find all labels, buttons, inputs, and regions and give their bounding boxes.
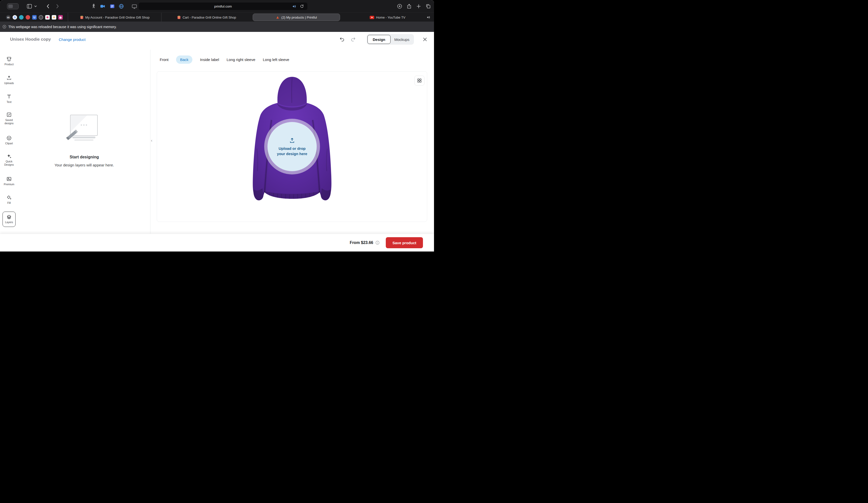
browser-tab-youtube-tv[interactable]: Home - YouTube TV	[341, 13, 434, 22]
text-icon	[6, 94, 12, 99]
red-app-favicon[interactable]	[25, 15, 30, 20]
close-editor-icon[interactable]	[422, 36, 428, 42]
product-title: Unisex Hoodie copy	[10, 37, 51, 42]
tshirt-icon	[6, 56, 12, 62]
u-app-favicon[interactable]: U	[32, 15, 37, 20]
rail-label: Text	[7, 101, 11, 104]
change-product-link[interactable]: Change product	[59, 38, 86, 42]
browser-tab-my-account[interactable]: My Account - Paradise Grill Online Gift …	[68, 13, 161, 22]
window-controls-inner	[8, 4, 13, 8]
grid-icon	[417, 78, 422, 83]
address-bar[interactable]: printful.com	[138, 2, 307, 10]
sun-favicon[interactable]: ✳	[52, 15, 56, 20]
tab-long-left-sleeve[interactable]: Long left sleeve	[263, 57, 289, 62]
sidebar-item-quick-designs[interactable]: Quick Designs	[0, 153, 18, 166]
browser-tab-printful-active[interactable]: (2) My products | Printful	[253, 13, 340, 21]
fill-icon	[6, 195, 12, 200]
tab-inside-label[interactable]: Inside label	[200, 57, 219, 62]
flower-favicon[interactable]: ✽	[45, 15, 50, 20]
rail-label: Saved designs	[2, 118, 16, 125]
tab-front[interactable]: Front	[160, 57, 168, 62]
templates-grid-button[interactable]	[414, 75, 424, 86]
sidebar-item-saved-designs[interactable]: Saved designs	[0, 112, 18, 125]
gift-icon	[177, 15, 181, 19]
info-icon[interactable]	[375, 240, 380, 245]
window-controls-pill[interactable]	[7, 3, 19, 9]
chevron-down-icon[interactable]	[34, 5, 37, 7]
price-label: From $23.66	[350, 240, 373, 245]
sidebar-item-uploads[interactable]: Uploads	[0, 75, 18, 85]
rail-label: Fill	[7, 201, 11, 205]
camera-favicon[interactable]: ◉	[58, 15, 63, 20]
downloads-icon[interactable]	[397, 3, 402, 9]
browser-toolbar: printful.com	[0, 0, 434, 12]
notification-close-icon[interactable]	[2, 24, 7, 29]
extension-video-icon[interactable]	[100, 3, 105, 9]
share-icon[interactable]	[406, 3, 412, 9]
browser-tab-cart[interactable]: Cart - Paradise Grill Online Gift Shop	[161, 13, 252, 22]
new-tab-icon[interactable]	[416, 3, 422, 9]
upload-prompt-line1: Upload or drop	[277, 146, 307, 151]
sidebar-item-clipart[interactable]: Clipart	[0, 135, 18, 145]
extension-reader-icon[interactable]	[110, 3, 115, 9]
price-group: From $23.66	[350, 240, 380, 245]
tab-label: (2) My products | Printful	[281, 15, 317, 19]
panel-title: Start designing	[18, 155, 151, 159]
printful-favicon	[276, 15, 280, 19]
sidebar-item-premium[interactable]: Premium	[0, 176, 18, 186]
rail-label: Premium	[4, 183, 14, 186]
mode-switcher: Design Mockups	[367, 34, 414, 45]
reload-icon[interactable]	[300, 4, 304, 9]
tab-mockups[interactable]: Mockups	[391, 35, 413, 44]
gift-icon	[80, 15, 84, 19]
sidebar-item-fill[interactable]: Fill	[0, 195, 18, 205]
tab-design[interactable]: Design	[368, 35, 391, 44]
panel-subtitle: Your design layers will appear here.	[18, 163, 151, 167]
quick-designs-icon	[6, 153, 12, 159]
youtube-icon	[370, 16, 374, 19]
save-product-button[interactable]: Save product	[386, 237, 423, 248]
extension-person-icon[interactable]	[91, 3, 96, 9]
browser-tab-bar: m G U ✽ ✳ ◉ My Account - Paradise Grill …	[0, 12, 434, 22]
forward-button[interactable]	[55, 3, 60, 9]
tab-long-right-sleeve[interactable]: Long right sleeve	[227, 57, 255, 62]
premium-icon	[6, 176, 12, 182]
upload-icon	[289, 137, 296, 144]
tab-audio-icon[interactable]	[426, 15, 431, 19]
upload-icon	[6, 75, 12, 81]
print-area-ring: Upload or drop your design here	[264, 119, 320, 175]
panel-collapse-handle[interactable]: ‹	[151, 138, 153, 143]
sidebar-item-layers[interactable]: Layers	[2, 212, 16, 227]
sidebar-toggle-icon[interactable]	[27, 3, 32, 9]
upload-prompt-line2: your design here	[277, 151, 307, 156]
sidebar-item-product[interactable]: Product	[0, 56, 18, 66]
sidebar-item-text[interactable]: Text	[0, 94, 18, 104]
tab-back-active[interactable]: Back	[176, 55, 193, 64]
layers-icon	[6, 214, 12, 220]
teal-app-favicon[interactable]	[19, 15, 24, 20]
layers-panel: Start designing Your design layers will …	[18, 50, 151, 234]
rail-label: Clipart	[5, 142, 13, 145]
tab-overview-icon[interactable]	[425, 3, 431, 9]
monitor-icon[interactable]	[132, 4, 137, 9]
undo-icon[interactable]	[339, 36, 345, 42]
rail-label: Layers	[5, 221, 13, 224]
url-text: printful.com	[214, 4, 232, 8]
monogram-favicon[interactable]: m	[6, 15, 11, 20]
clipart-icon	[6, 135, 12, 141]
screen: printful.com m G U ✽ ✳ ◉	[0, 0, 434, 251]
tab-label: Home - YouTube TV	[376, 15, 405, 19]
saved-designs-icon	[6, 112, 12, 117]
back-button[interactable]	[46, 3, 51, 9]
redo-icon[interactable]	[350, 36, 356, 42]
rail-label: Quick Designs	[2, 160, 16, 166]
audio-indicator-icon[interactable]	[292, 4, 296, 9]
google-favicon[interactable]: G	[12, 15, 17, 20]
upload-dropzone[interactable]: Upload or drop your design here	[268, 122, 317, 171]
dark-app-favicon[interactable]	[39, 15, 43, 20]
tab-label: My Account - Paradise Grill Online Gift …	[85, 15, 150, 19]
tab-label: Cart - Paradise Grill Online Gift Shop	[183, 15, 236, 19]
notification-text: This webpage was reloaded because it was…	[8, 25, 117, 29]
extension-globe-icon[interactable]	[118, 3, 124, 9]
rail-label: Uploads	[4, 82, 14, 85]
